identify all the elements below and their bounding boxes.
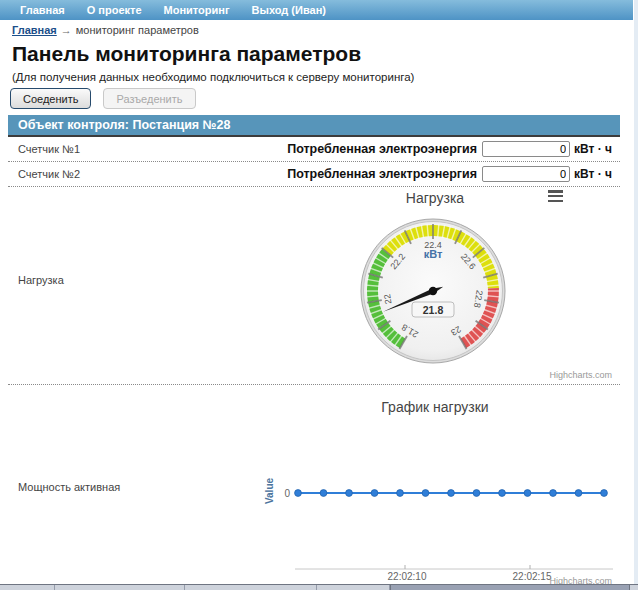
load-gauge-chart: 21.82222.222.422.622.823кВт21.8 — [352, 211, 514, 373]
line-chart-title: График нагрузки — [235, 399, 635, 415]
line-row-label: Мощность активная — [8, 481, 240, 493]
counter-2-field-label: Потребленная электроэнергия — [287, 167, 477, 181]
gauge-row-label: Нагрузка — [8, 274, 240, 286]
counter-1-unit: кВт · ч — [574, 142, 620, 156]
taskbar-segment[interactable] — [630, 585, 638, 590]
page-subtitle: (Для получения данных необходимо подключ… — [12, 71, 414, 83]
chart-context-menu-icon[interactable] — [548, 190, 563, 202]
vertical-scrollbar[interactable] — [633, 0, 638, 584]
control-object-panel: Объект контроля: Постанция №28 Счетчик №… — [8, 115, 620, 585]
counter-2-label: Счетчик №2 — [8, 168, 240, 180]
counter-1-value-input[interactable] — [482, 141, 570, 157]
counter-1-label: Счетчик №1 — [8, 143, 240, 155]
taskbar-segment-active[interactable] — [390, 585, 630, 590]
svg-text:Value: Value — [264, 478, 275, 505]
breadcrumb-current: мониторинг параметров — [76, 24, 199, 36]
breadcrumb-separator: → — [61, 24, 72, 36]
svg-text:кВт: кВт — [424, 248, 443, 260]
monitoring-page: { "nav": { "items": [ {"label": "Главная… — [0, 0, 638, 590]
gauge-chart-title: Нагрузка — [235, 190, 635, 206]
svg-text:21.8: 21.8 — [423, 304, 444, 316]
svg-text:22:02:15: 22:02:15 — [513, 571, 552, 582]
svg-text:22: 22 — [382, 293, 394, 305]
nav-item-monitoring[interactable]: Мониторинг — [164, 4, 230, 16]
connect-button[interactable]: Соеденить — [10, 88, 91, 109]
load-line-chart: Value022:02:1022:02:15Highcharts.com — [240, 421, 620, 585]
page-title: Панель мониторинга параметров — [12, 42, 361, 66]
taskbar-segment[interactable] — [55, 585, 185, 590]
panel-header: Объект контроля: Постанция №28 — [8, 115, 620, 137]
nav-item-home[interactable]: Главная — [20, 4, 65, 16]
svg-text:22:02:10: 22:02:10 — [388, 571, 427, 582]
taskbar — [0, 584, 638, 590]
taskbar-segment[interactable] — [0, 585, 55, 590]
counter-2-value-input[interactable] — [482, 166, 570, 182]
top-navbar: Главная О проекте Мониторинг Выход (Иван… — [0, 0, 633, 20]
nav-item-about[interactable]: О проекте — [87, 4, 142, 16]
counter-2-unit: кВт · ч — [574, 167, 620, 181]
breadcrumb: Главная→мониторинг параметров — [12, 24, 199, 36]
line-chart-row: Мощность активная График нагрузки Value0… — [8, 385, 620, 585]
highcharts-credit[interactable]: Highcharts.com — [549, 370, 612, 380]
table-row: Счетчик №2 Потребленная электроэнергия к… — [8, 162, 620, 187]
breadcrumb-home-link[interactable]: Главная — [12, 24, 57, 36]
counter-1-field-label: Потребленная электроэнергия — [287, 142, 477, 156]
gauge-row: Нагрузка Нагрузка 21.82222.222.422.622.8… — [8, 187, 620, 385]
table-row: Счетчик №1 Потребленная электроэнергия к… — [8, 137, 620, 162]
svg-text:0: 0 — [284, 488, 290, 499]
connection-buttons: Соеденить Разъеденить — [10, 88, 196, 109]
taskbar-segment[interactable] — [317, 585, 390, 590]
disconnect-button[interactable]: Разъеденить — [103, 88, 195, 109]
nav-item-logout[interactable]: Выход (Иван) — [252, 4, 326, 16]
taskbar-segment[interactable] — [185, 585, 317, 590]
